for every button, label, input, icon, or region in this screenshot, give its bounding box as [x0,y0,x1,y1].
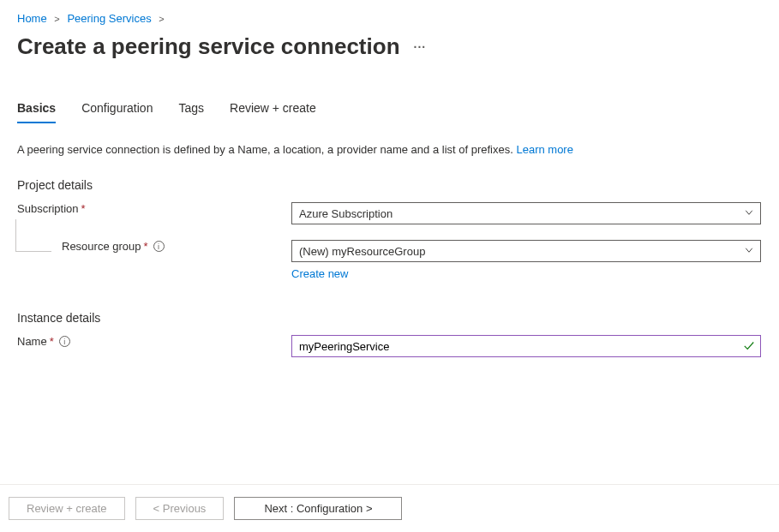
title-row: Create a peering service connection ··· [0,25,779,60]
subscription-select[interactable]: Azure Subscription [291,202,761,224]
row-resource-group: Resource group * i (New) myResourceGroup… [0,224,779,280]
subscription-value: Azure Subscription [299,207,392,220]
intro-description: A peering service connection is defined … [17,143,516,156]
next-button[interactable]: Next : Configuration > [234,497,402,520]
tab-bar: Basics Configuration Tags Review + creat… [0,60,779,124]
more-icon[interactable]: ··· [414,40,427,54]
label-resource-group-text: Resource group [62,240,141,253]
breadcrumb-home[interactable]: Home [17,12,47,25]
name-input-wrap [291,335,761,357]
tree-connector-icon [15,219,51,252]
resource-group-select[interactable]: (New) myResourceGroup [291,240,761,262]
required-star-icon: * [81,202,86,215]
label-name-text: Name [17,335,47,348]
info-icon[interactable]: i [153,241,165,252]
chevron-right-icon: > [159,14,164,24]
chevron-down-icon [744,245,754,258]
footer-actions: Review + create < Previous Next : Config… [0,484,779,532]
resource-group-value: (New) myResourceGroup [299,245,425,258]
tab-basics[interactable]: Basics [17,101,56,123]
label-subscription: Subscription * [17,202,291,215]
intro-text: A peering service connection is defined … [0,124,779,156]
learn-more-link[interactable]: Learn more [516,143,572,156]
required-star-icon: * [50,335,54,348]
info-icon[interactable]: i [59,336,70,347]
label-subscription-text: Subscription [17,202,79,215]
chevron-down-icon [744,207,754,220]
tab-review-create[interactable]: Review + create [230,101,316,123]
label-name: Name * i [17,335,291,348]
page-title: Create a peering service connection [17,33,400,60]
review-create-button: Review + create [9,497,125,520]
tab-configuration[interactable]: Configuration [81,101,153,123]
name-input[interactable] [299,340,753,353]
tab-tags[interactable]: Tags [178,101,204,123]
row-subscription: Subscription * Azure Subscription [0,192,779,224]
chevron-right-icon: > [54,14,59,24]
row-name: Name * i [0,325,779,357]
create-new-link[interactable]: Create new [291,267,348,280]
breadcrumb: Home > Peering Services > [0,0,779,25]
required-star-icon: * [144,240,148,253]
breadcrumb-peering-services[interactable]: Peering Services [67,12,151,25]
check-icon [743,339,755,354]
section-instance-details: Instance details [0,280,779,325]
previous-button: < Previous [135,497,225,520]
section-project-details: Project details [0,156,779,192]
label-resource-group: Resource group * i [17,240,291,253]
